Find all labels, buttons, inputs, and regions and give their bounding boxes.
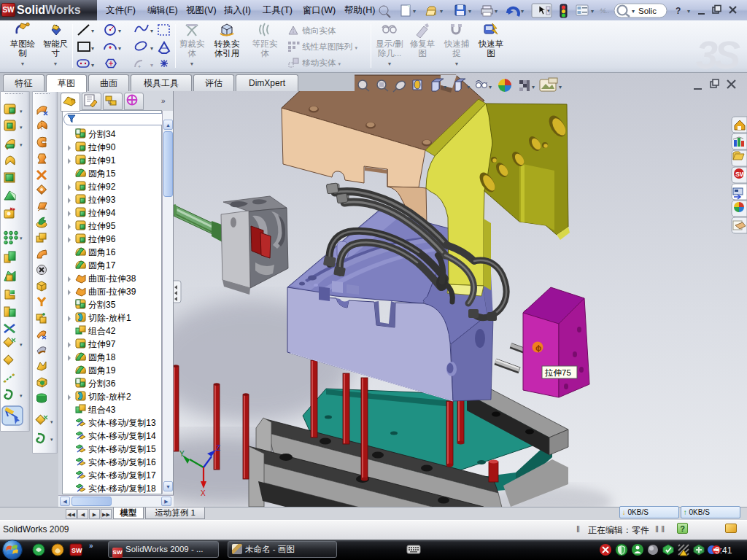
svg-text:Y: Y bbox=[179, 450, 185, 458]
svg-text:▾: ▾ bbox=[467, 84, 470, 90]
svg-text:分割35: 分割35 bbox=[88, 300, 116, 310]
svg-text:▾: ▾ bbox=[150, 28, 153, 34]
svg-text:▾: ▾ bbox=[632, 8, 635, 15]
svg-text:圆角16: 圆角16 bbox=[88, 247, 116, 257]
svg-text:+: + bbox=[138, 64, 141, 69]
svg-text:»: » bbox=[161, 97, 166, 105]
svg-text:实体-移动/复制17: 实体-移动/复制17 bbox=[88, 470, 156, 481]
svg-text:拉伸97: 拉伸97 bbox=[88, 339, 116, 349]
svg-text:分割36: 分割36 bbox=[88, 378, 116, 389]
svg-text:▾: ▾ bbox=[440, 8, 443, 15]
svg-text:拉伸90: 拉伸90 bbox=[88, 142, 116, 152]
svg-text:拉伸95: 拉伸95 bbox=[88, 221, 116, 231]
svg-text:▾: ▾ bbox=[50, 437, 53, 442]
svg-text:切除-放样2: 切除-放样2 bbox=[88, 392, 131, 402]
svg-text:▾: ▾ bbox=[413, 8, 416, 15]
svg-text:圆角19: 圆角19 bbox=[88, 365, 116, 376]
svg-text:▾: ▾ bbox=[687, 8, 690, 15]
svg-text:▾: ▾ bbox=[532, 84, 535, 90]
svg-text:曲面-拉伸38: 曲面-拉伸38 bbox=[88, 273, 136, 284]
svg-text:▾: ▾ bbox=[20, 125, 23, 130]
svg-text:Z: Z bbox=[216, 444, 220, 452]
svg-text:▾: ▾ bbox=[559, 84, 562, 90]
svg-text:▾: ▾ bbox=[150, 62, 153, 69]
svg-text:?: ? bbox=[676, 6, 681, 16]
svg-text:拉伸75: 拉伸75 bbox=[544, 368, 571, 377]
svg-text:拉伸92: 拉伸92 bbox=[88, 182, 116, 192]
svg-text:组合43: 组合43 bbox=[88, 405, 116, 415]
svg-text:SW: SW bbox=[735, 171, 746, 178]
svg-text:实体-移动/复制13: 实体-移动/复制13 bbox=[88, 418, 156, 428]
svg-text:▾: ▾ bbox=[547, 8, 550, 13]
svg-text:▾: ▾ bbox=[489, 84, 492, 90]
svg-text:▾: ▾ bbox=[20, 393, 23, 398]
svg-text:组合42: 组合42 bbox=[88, 326, 116, 336]
svg-text:▾: ▾ bbox=[521, 8, 524, 15]
svg-text:▾: ▾ bbox=[91, 45, 94, 52]
svg-text:▾: ▾ bbox=[91, 62, 94, 69]
svg-text:▾: ▾ bbox=[20, 236, 23, 241]
svg-text:▾: ▾ bbox=[20, 109, 23, 114]
svg-text:分割34: 分割34 bbox=[88, 129, 116, 139]
svg-text:实体-移动/复制16: 实体-移动/复制16 bbox=[88, 457, 156, 467]
svg-text:ϕ: ϕ bbox=[535, 343, 541, 352]
svg-text:▾: ▾ bbox=[591, 8, 594, 15]
svg-text:▾: ▾ bbox=[50, 419, 53, 424]
svg-text:Solic: Solic bbox=[638, 7, 657, 15]
svg-text:拉伸91: 拉伸91 bbox=[88, 155, 116, 166]
svg-text:▾: ▾ bbox=[118, 45, 121, 52]
svg-text:圆角18: 圆角18 bbox=[88, 352, 116, 362]
svg-text:拉伸93: 拉伸93 bbox=[88, 195, 116, 205]
svg-text:圆角15: 圆角15 bbox=[88, 168, 116, 179]
svg-text:▾: ▾ bbox=[150, 45, 153, 52]
svg-text:实体-移动/复制15: 实体-移动/复制15 bbox=[88, 444, 156, 454]
svg-text:▾: ▾ bbox=[468, 8, 471, 15]
svg-text:⅍..: ⅍.. bbox=[600, 7, 610, 15]
svg-text:实体-移动/复制18: 实体-移动/复制18 bbox=[88, 483, 156, 493]
svg-text:圆角17: 圆角17 bbox=[88, 260, 116, 271]
svg-text:X: X bbox=[201, 489, 206, 497]
svg-text:▾: ▾ bbox=[91, 28, 94, 34]
svg-text:拉伸96: 拉伸96 bbox=[88, 234, 116, 244]
svg-text:▾: ▾ bbox=[20, 342, 23, 347]
svg-text:9:41: 9:41 bbox=[715, 545, 732, 556]
svg-text:▾: ▾ bbox=[444, 84, 446, 90]
svg-text:拉伸94: 拉伸94 bbox=[88, 208, 116, 218]
svg-text:切除-放样1: 切除-放样1 bbox=[88, 313, 131, 323]
svg-text:▾: ▾ bbox=[495, 8, 498, 15]
svg-text:SW: SW bbox=[71, 547, 82, 554]
svg-text:▾: ▾ bbox=[118, 28, 121, 34]
svg-text:实体-移动/复制14: 实体-移动/复制14 bbox=[88, 431, 156, 441]
svg-text:»: » bbox=[89, 542, 93, 550]
svg-text:▾: ▾ bbox=[20, 142, 23, 147]
svg-text:曲面-拉伸39: 曲面-拉伸39 bbox=[88, 287, 136, 297]
